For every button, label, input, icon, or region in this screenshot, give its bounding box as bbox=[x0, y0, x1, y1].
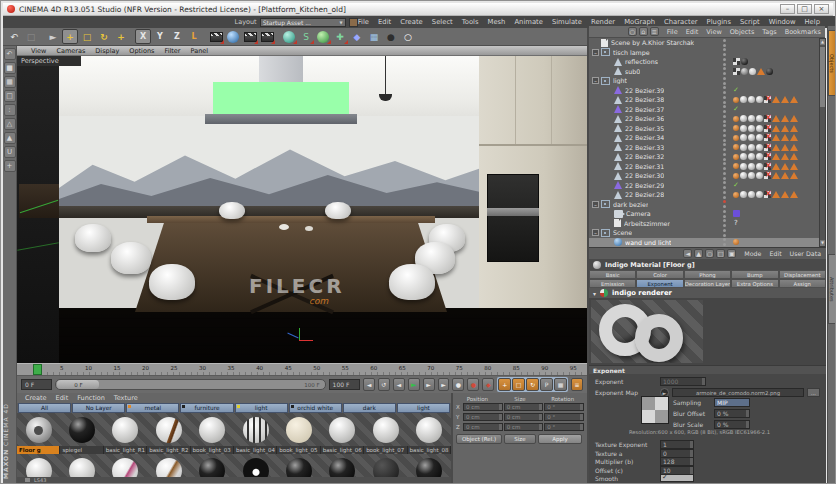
menu-item[interactable]: Edit bbox=[378, 18, 391, 26]
material-item[interactable] bbox=[17, 454, 60, 477]
next-frame-icon[interactable]: ► bbox=[423, 378, 435, 391]
menu-item[interactable]: Script bbox=[740, 18, 760, 26]
tri-orange-tag[interactable] bbox=[781, 96, 789, 103]
checker-tag[interactable] bbox=[733, 68, 740, 75]
menu-item[interactable]: Animate bbox=[514, 18, 542, 26]
timeline-ruler[interactable]: 05101520253035404550556065707580859095 bbox=[17, 363, 587, 376]
check-green-tag[interactable] bbox=[733, 87, 740, 94]
visibility-dots[interactable] bbox=[721, 86, 729, 94]
render-settings-icon[interactable] bbox=[259, 29, 275, 44]
material-item[interactable]: book_light_03 bbox=[191, 413, 234, 454]
home-icon[interactable]: ⌂ bbox=[639, 27, 648, 36]
material-thumbnail[interactable] bbox=[234, 454, 277, 477]
attribute-menu-item[interactable]: Mode bbox=[744, 250, 761, 257]
object-row[interactable]: 22 Bezier.31 bbox=[589, 162, 819, 172]
material-layer-tab[interactable]: furniture bbox=[180, 403, 233, 413]
key-pla-icon[interactable]: ▦ bbox=[554, 378, 567, 391]
check-green-tag[interactable] bbox=[733, 106, 740, 113]
tri-orange-tag[interactable] bbox=[781, 172, 789, 179]
object-name[interactable]: dark bezier bbox=[613, 201, 648, 208]
attribute-menu-item[interactable]: Edit bbox=[769, 250, 781, 257]
exponent-section-header[interactable]: Exponent bbox=[589, 365, 826, 374]
visibility-dots[interactable] bbox=[721, 124, 729, 132]
material-item[interactable]: Floor g bbox=[17, 413, 60, 454]
sphere-white-tag[interactable] bbox=[756, 153, 763, 160]
material-thumbnail[interactable] bbox=[364, 413, 407, 446]
object-row[interactable]: Scene by A.Khior Starchak bbox=[589, 38, 819, 48]
checker-x-tag[interactable] bbox=[764, 125, 771, 132]
object-row[interactable]: 22 Bezier.37 bbox=[589, 105, 819, 115]
material-menu-item[interactable]: Edit bbox=[56, 394, 69, 402]
material-tab[interactable]: Exponent bbox=[636, 279, 683, 288]
add-generator-icon[interactable] bbox=[315, 29, 331, 44]
object-row[interactable]: 22 Bezier.28 bbox=[589, 190, 819, 200]
material-thumbnail[interactable] bbox=[17, 454, 60, 477]
current-frame-field[interactable]: 0 F bbox=[21, 379, 52, 390]
material-thumbnail[interactable] bbox=[277, 454, 320, 477]
object-row[interactable]: wand und licht bbox=[589, 238, 819, 248]
expand-toggle-icon[interactable] bbox=[592, 229, 599, 236]
object-row[interactable]: 22 Bezier.32 bbox=[589, 152, 819, 162]
material-item[interactable]: basic_light_06 bbox=[321, 413, 364, 454]
position-field[interactable]: 0 cm bbox=[463, 413, 503, 421]
material-thumbnail[interactable] bbox=[104, 413, 147, 446]
material-thumbnail[interactable] bbox=[191, 413, 234, 446]
tri-orange-tag[interactable] bbox=[772, 191, 780, 198]
visibility-dots[interactable] bbox=[721, 115, 729, 123]
material-item[interactable]: basic_light_04 bbox=[234, 413, 277, 454]
menu-item[interactable]: Create bbox=[400, 18, 423, 26]
visibility-dots[interactable] bbox=[721, 67, 729, 75]
checker-x-tag[interactable] bbox=[764, 134, 771, 141]
visibility-dots[interactable] bbox=[721, 143, 729, 151]
material-item[interactable] bbox=[364, 454, 407, 477]
blur-scale-field[interactable]: 0 % bbox=[714, 420, 750, 429]
tri-orange-tag[interactable] bbox=[781, 163, 789, 170]
material-name[interactable]: book_light_07 bbox=[364, 446, 407, 454]
visibility-dots[interactable] bbox=[721, 134, 729, 142]
tri-orange-tag[interactable] bbox=[790, 153, 798, 160]
layout-dropdown[interactable]: Startup Asset ... bbox=[260, 18, 346, 27]
tri-orange-tag[interactable] bbox=[790, 144, 798, 151]
position-field[interactable]: 0 cm bbox=[463, 423, 503, 431]
visibility-dots[interactable] bbox=[721, 200, 729, 208]
size-field[interactable]: 0 cm bbox=[504, 413, 544, 421]
sphere-white-tag[interactable] bbox=[748, 125, 755, 132]
tri-orange-tag[interactable] bbox=[772, 134, 780, 141]
menu-item[interactable]: Plugins bbox=[707, 18, 731, 26]
coordinate-system-button[interactable]: L bbox=[186, 29, 202, 44]
viewport-menu-item[interactable]: Cameras bbox=[56, 47, 85, 55]
object-row[interactable]: 22 Bezier.34 bbox=[589, 133, 819, 143]
texture-filename-field[interactable]: armoire_de_comodo.norm2.png bbox=[672, 388, 804, 397]
material-layer-tab[interactable]: light bbox=[235, 403, 288, 413]
viewport-tab-perspective[interactable]: Perspective bbox=[17, 56, 81, 66]
add-environment-icon[interactable]: ▦ bbox=[366, 29, 382, 44]
material-thumbnail[interactable] bbox=[277, 413, 320, 446]
visibility-dots[interactable] bbox=[721, 162, 729, 170]
rotation-field[interactable]: 0 ° bbox=[544, 423, 584, 431]
sphere-white-tag[interactable] bbox=[748, 153, 755, 160]
sphere-white-tag[interactable] bbox=[756, 125, 763, 132]
material-tab[interactable]: Phong bbox=[684, 270, 731, 279]
object-name[interactable]: 22 Bezier.37 bbox=[625, 106, 664, 113]
scale-tool-icon[interactable]: □ bbox=[79, 29, 95, 44]
material-name[interactable]: basic_light_04 bbox=[234, 446, 277, 454]
checker-x-tag[interactable] bbox=[764, 115, 771, 122]
tri-orange-tag[interactable] bbox=[772, 153, 780, 160]
object-name[interactable]: 22 Bezier.31 bbox=[625, 163, 664, 170]
sphere-gray-tag[interactable] bbox=[741, 68, 748, 75]
sphere-white-tag[interactable] bbox=[748, 96, 755, 103]
viewport-menu-item[interactable]: Display bbox=[95, 47, 119, 55]
object-row[interactable]: 22 Bezier.35 bbox=[589, 124, 819, 134]
keyframe-selection-icon[interactable]: ◆ bbox=[482, 378, 494, 391]
material-tab[interactable]: Displacement bbox=[779, 270, 826, 279]
object-manager-menu-item[interactable]: Objects bbox=[730, 28, 755, 36]
material-name[interactable]: basic_light_R1 bbox=[104, 446, 147, 454]
end-frame-field[interactable]: 100 F bbox=[329, 379, 360, 390]
position-field[interactable]: 0 cm bbox=[463, 403, 503, 411]
close-button[interactable]: × bbox=[814, 4, 829, 14]
viewport-menu-item[interactable]: Options bbox=[129, 47, 154, 55]
material-layer-tab[interactable]: metal bbox=[126, 403, 179, 413]
visibility-dots[interactable] bbox=[721, 58, 729, 66]
key-parameter-icon[interactable]: P bbox=[540, 378, 553, 391]
object-row[interactable]: 22 Bezier.33 bbox=[589, 143, 819, 153]
